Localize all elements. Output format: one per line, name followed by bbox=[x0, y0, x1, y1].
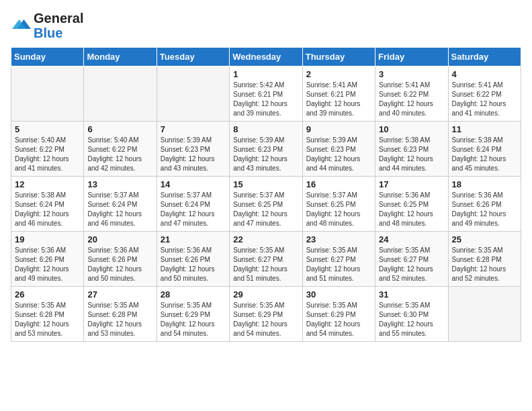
calendar-week-3: 12Sunrise: 5:38 AM Sunset: 6:24 PM Dayli… bbox=[11, 177, 521, 232]
day-header-sunday: Sunday bbox=[11, 48, 84, 66]
page-header: General Blue bbox=[11, 11, 521, 40]
day-number: 23 bbox=[306, 234, 371, 244]
day-number: 17 bbox=[379, 179, 444, 189]
calendar-cell: 18Sunrise: 5:36 AM Sunset: 6:26 PM Dayli… bbox=[448, 177, 521, 232]
calendar-cell: 17Sunrise: 5:36 AM Sunset: 6:25 PM Dayli… bbox=[375, 177, 448, 232]
day-info: Sunrise: 5:35 AM Sunset: 6:29 PM Dayligh… bbox=[233, 301, 298, 338]
day-number: 12 bbox=[15, 179, 80, 189]
day-info: Sunrise: 5:35 AM Sunset: 6:28 PM Dayligh… bbox=[452, 246, 517, 283]
day-number: 20 bbox=[87, 234, 152, 244]
day-info: Sunrise: 5:36 AM Sunset: 6:26 PM Dayligh… bbox=[15, 246, 80, 283]
calendar-week-1: 1Sunrise: 5:42 AM Sunset: 6:21 PM Daylig… bbox=[11, 66, 521, 122]
day-number: 21 bbox=[161, 234, 226, 244]
calendar-cell: 8Sunrise: 5:39 AM Sunset: 6:23 PM Daylig… bbox=[230, 122, 302, 177]
logo-icon bbox=[12, 15, 31, 34]
day-number: 2 bbox=[306, 69, 371, 79]
calendar-cell: 23Sunrise: 5:35 AM Sunset: 6:27 PM Dayli… bbox=[302, 232, 375, 287]
day-info: Sunrise: 5:35 AM Sunset: 6:27 PM Dayligh… bbox=[306, 246, 371, 283]
calendar-cell: 21Sunrise: 5:36 AM Sunset: 6:26 PM Dayli… bbox=[157, 232, 229, 287]
calendar-cell: 28Sunrise: 5:35 AM Sunset: 6:29 PM Dayli… bbox=[157, 287, 229, 342]
calendar-cell: 14Sunrise: 5:37 AM Sunset: 6:24 PM Dayli… bbox=[157, 177, 229, 232]
day-number: 30 bbox=[306, 289, 371, 300]
day-header-tuesday: Tuesday bbox=[157, 48, 229, 66]
calendar-cell bbox=[84, 66, 157, 122]
calendar-cell: 4Sunrise: 5:41 AM Sunset: 6:22 PM Daylig… bbox=[448, 66, 521, 122]
calendar-cell: 24Sunrise: 5:35 AM Sunset: 6:27 PM Dayli… bbox=[375, 232, 448, 287]
day-info: Sunrise: 5:42 AM Sunset: 6:21 PM Dayligh… bbox=[233, 81, 298, 118]
day-number: 8 bbox=[233, 124, 298, 134]
calendar-cell: 19Sunrise: 5:36 AM Sunset: 6:26 PM Dayli… bbox=[11, 232, 84, 287]
day-number: 11 bbox=[452, 124, 517, 134]
day-number: 15 bbox=[233, 179, 298, 189]
day-info: Sunrise: 5:35 AM Sunset: 6:29 PM Dayligh… bbox=[161, 301, 226, 338]
day-info: Sunrise: 5:35 AM Sunset: 6:30 PM Dayligh… bbox=[379, 301, 444, 338]
logo-text-blue: Blue bbox=[34, 26, 83, 40]
day-info: Sunrise: 5:35 AM Sunset: 6:27 PM Dayligh… bbox=[233, 246, 298, 283]
calendar-cell: 26Sunrise: 5:35 AM Sunset: 6:28 PM Dayli… bbox=[11, 287, 84, 342]
calendar-cell: 7Sunrise: 5:39 AM Sunset: 6:23 PM Daylig… bbox=[157, 122, 229, 177]
day-number: 28 bbox=[161, 289, 226, 300]
day-number: 5 bbox=[15, 124, 80, 134]
calendar-cell: 13Sunrise: 5:37 AM Sunset: 6:24 PM Dayli… bbox=[84, 177, 157, 232]
calendar-cell: 16Sunrise: 5:37 AM Sunset: 6:25 PM Dayli… bbox=[302, 177, 375, 232]
day-header-wednesday: Wednesday bbox=[230, 48, 302, 66]
day-number: 27 bbox=[87, 289, 152, 300]
day-info: Sunrise: 5:36 AM Sunset: 6:26 PM Dayligh… bbox=[452, 191, 517, 228]
day-info: Sunrise: 5:36 AM Sunset: 6:26 PM Dayligh… bbox=[161, 246, 226, 283]
day-info: Sunrise: 5:40 AM Sunset: 6:22 PM Dayligh… bbox=[15, 136, 80, 173]
calendar-cell: 3Sunrise: 5:41 AM Sunset: 6:22 PM Daylig… bbox=[375, 66, 448, 122]
day-info: Sunrise: 5:39 AM Sunset: 6:23 PM Dayligh… bbox=[161, 136, 226, 173]
day-info: Sunrise: 5:36 AM Sunset: 6:26 PM Dayligh… bbox=[87, 246, 152, 283]
day-number: 7 bbox=[161, 124, 226, 134]
calendar-cell: 27Sunrise: 5:35 AM Sunset: 6:28 PM Dayli… bbox=[84, 287, 157, 342]
day-number: 13 bbox=[87, 179, 152, 189]
day-number: 9 bbox=[306, 124, 371, 134]
header-row: SundayMondayTuesdayWednesdayThursdayFrid… bbox=[11, 48, 521, 66]
day-info: Sunrise: 5:37 AM Sunset: 6:24 PM Dayligh… bbox=[87, 191, 152, 228]
day-info: Sunrise: 5:41 AM Sunset: 6:22 PM Dayligh… bbox=[452, 81, 517, 118]
calendar-cell bbox=[11, 66, 84, 122]
day-info: Sunrise: 5:35 AM Sunset: 6:28 PM Dayligh… bbox=[15, 301, 80, 338]
calendar-cell: 9Sunrise: 5:39 AM Sunset: 6:23 PM Daylig… bbox=[302, 122, 375, 177]
day-info: Sunrise: 5:38 AM Sunset: 6:24 PM Dayligh… bbox=[452, 136, 517, 173]
day-info: Sunrise: 5:37 AM Sunset: 6:25 PM Dayligh… bbox=[306, 191, 371, 228]
calendar-cell: 5Sunrise: 5:40 AM Sunset: 6:22 PM Daylig… bbox=[11, 122, 84, 177]
calendar-table: SundayMondayTuesdayWednesdayThursdayFrid… bbox=[11, 47, 521, 342]
calendar-cell: 10Sunrise: 5:38 AM Sunset: 6:23 PM Dayli… bbox=[375, 122, 448, 177]
calendar-cell bbox=[448, 287, 521, 342]
day-info: Sunrise: 5:41 AM Sunset: 6:22 PM Dayligh… bbox=[379, 81, 444, 118]
day-number: 3 bbox=[379, 69, 444, 79]
day-number: 4 bbox=[452, 69, 517, 79]
day-header-saturday: Saturday bbox=[448, 48, 521, 66]
day-number: 6 bbox=[87, 124, 152, 134]
calendar-cell: 11Sunrise: 5:38 AM Sunset: 6:24 PM Dayli… bbox=[448, 122, 521, 177]
calendar-cell: 1Sunrise: 5:42 AM Sunset: 6:21 PM Daylig… bbox=[230, 66, 302, 122]
day-info: Sunrise: 5:40 AM Sunset: 6:22 PM Dayligh… bbox=[87, 136, 152, 173]
day-info: Sunrise: 5:35 AM Sunset: 6:28 PM Dayligh… bbox=[87, 301, 152, 338]
calendar-cell: 25Sunrise: 5:35 AM Sunset: 6:28 PM Dayli… bbox=[448, 232, 521, 287]
day-info: Sunrise: 5:35 AM Sunset: 6:29 PM Dayligh… bbox=[306, 301, 371, 338]
day-info: Sunrise: 5:39 AM Sunset: 6:23 PM Dayligh… bbox=[306, 136, 371, 173]
calendar-cell: 29Sunrise: 5:35 AM Sunset: 6:29 PM Dayli… bbox=[230, 287, 302, 342]
day-number: 10 bbox=[379, 124, 444, 134]
calendar-header: SundayMondayTuesdayWednesdayThursdayFrid… bbox=[11, 48, 521, 66]
day-info: Sunrise: 5:39 AM Sunset: 6:23 PM Dayligh… bbox=[233, 136, 298, 173]
calendar-cell: 30Sunrise: 5:35 AM Sunset: 6:29 PM Dayli… bbox=[302, 287, 375, 342]
day-number: 19 bbox=[15, 234, 80, 244]
day-number: 18 bbox=[452, 179, 517, 189]
calendar-week-5: 26Sunrise: 5:35 AM Sunset: 6:28 PM Dayli… bbox=[11, 287, 521, 342]
day-header-thursday: Thursday bbox=[302, 48, 375, 66]
calendar-cell: 31Sunrise: 5:35 AM Sunset: 6:30 PM Dayli… bbox=[375, 287, 448, 342]
day-number: 1 bbox=[233, 69, 298, 79]
day-info: Sunrise: 5:36 AM Sunset: 6:25 PM Dayligh… bbox=[379, 191, 444, 228]
day-number: 22 bbox=[233, 234, 298, 244]
day-info: Sunrise: 5:35 AM Sunset: 6:27 PM Dayligh… bbox=[379, 246, 444, 283]
calendar-week-2: 5Sunrise: 5:40 AM Sunset: 6:22 PM Daylig… bbox=[11, 122, 521, 177]
day-info: Sunrise: 5:38 AM Sunset: 6:24 PM Dayligh… bbox=[15, 191, 80, 228]
calendar-cell: 12Sunrise: 5:38 AM Sunset: 6:24 PM Dayli… bbox=[11, 177, 84, 232]
day-info: Sunrise: 5:38 AM Sunset: 6:23 PM Dayligh… bbox=[379, 136, 444, 173]
day-info: Sunrise: 5:37 AM Sunset: 6:24 PM Dayligh… bbox=[161, 191, 226, 228]
day-number: 26 bbox=[15, 289, 80, 300]
calendar-week-4: 19Sunrise: 5:36 AM Sunset: 6:26 PM Dayli… bbox=[11, 232, 521, 287]
day-number: 31 bbox=[379, 289, 444, 300]
